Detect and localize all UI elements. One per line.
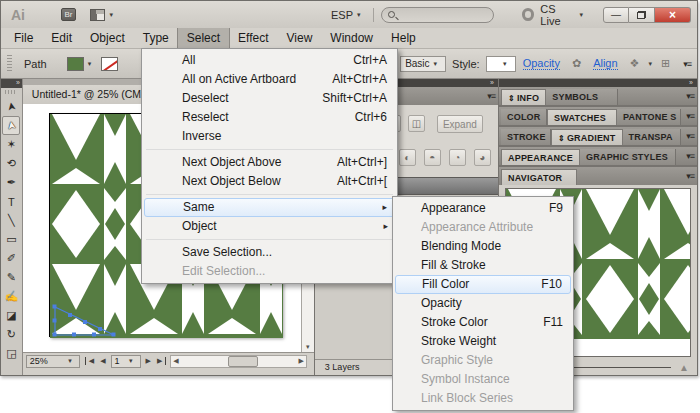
- menu-help[interactable]: Help: [382, 28, 425, 48]
- first-artboard-button[interactable]: ◀: [85, 357, 97, 365]
- scroll-right-icon[interactable]: ▶: [298, 357, 303, 365]
- tab-graphic-styles[interactable]: GRAPHIC STYLES: [580, 149, 676, 165]
- scroll-down-icon[interactable]: ▾: [302, 343, 314, 351]
- menu-item-object[interactable]: Object▸: [144, 217, 395, 236]
- stroke-panel-menu-icon[interactable]: ▾≡: [686, 131, 694, 141]
- bridge-button[interactable]: Br: [61, 8, 76, 21]
- rectangle-tool[interactable]: ▭: [2, 230, 20, 249]
- control-panel-menu-icon[interactable]: ▾≡: [683, 59, 691, 69]
- tab-appearance[interactable]: APPEARANCE: [501, 149, 580, 165]
- horizontal-scrollbar[interactable]: ◀ ▶: [170, 355, 307, 368]
- scale-tool[interactable]: ◲: [2, 344, 20, 363]
- menu-window[interactable]: Window: [321, 28, 382, 48]
- selection-tool[interactable]: ➤: [2, 97, 20, 116]
- menu-item-all[interactable]: AllCtrl+A: [144, 51, 395, 70]
- pathfinder-crop-button[interactable]: ◓: [424, 149, 441, 166]
- horizontal-scroll-thumb[interactable]: [228, 356, 258, 367]
- menu-item-next-object-below[interactable]: Next Object BelowAlt+Ctrl+[: [144, 172, 395, 191]
- menu-effect[interactable]: Effect: [229, 28, 277, 48]
- submenu-item-fill-color[interactable]: Fill ColorF10: [395, 275, 571, 294]
- tab-pantone[interactable]: PANTONE S: [617, 109, 681, 125]
- stroke-color-swatch[interactable]: [101, 57, 118, 71]
- select-similar-dropdown-icon[interactable]: ▾: [648, 60, 652, 68]
- tab-info[interactable]: ⇕INFO: [501, 89, 546, 105]
- tab-color[interactable]: COLOR: [501, 109, 547, 125]
- menu-select[interactable]: Select: [178, 28, 229, 48]
- pathfinder-minus-back-button[interactable]: ◕: [474, 149, 491, 166]
- cs-live-menu[interactable]: CS Live: [540, 3, 575, 27]
- expand-button[interactable]: Expand: [437, 115, 483, 133]
- menu-item-deselect[interactable]: DeselectShift+Ctrl+A: [144, 89, 395, 108]
- restore-button[interactable]: [629, 7, 655, 23]
- title-bar[interactable]: Ai Br ▾ ESP ▾ CS Live ▾ — ×: [1, 1, 697, 28]
- tab-gradient[interactable]: ⇕GRADIENT: [551, 129, 623, 145]
- pen-tool[interactable]: ✒: [2, 173, 20, 192]
- menu-edit[interactable]: Edit: [42, 28, 81, 48]
- scroll-left-icon[interactable]: ◀: [173, 357, 178, 365]
- menu-item-reselect[interactable]: ReselectCtrl+6: [144, 108, 395, 127]
- submenu-item-opacity[interactable]: Opacity: [395, 294, 571, 313]
- brush-definition-dropdown[interactable]: Basic ▾: [400, 56, 446, 72]
- paintbrush-tool[interactable]: ✐: [2, 249, 20, 268]
- align-link[interactable]: Align: [593, 57, 617, 70]
- submenu-item-blending-mode[interactable]: Blending Mode: [395, 237, 571, 256]
- fill-dropdown-icon[interactable]: ▾: [88, 60, 92, 68]
- close-button[interactable]: ×: [655, 7, 691, 23]
- direct-selection-tool[interactable]: ➤: [2, 116, 20, 135]
- color-panel-menu-icon[interactable]: ▾≡: [686, 111, 694, 121]
- last-artboard-button[interactable]: ▶: [154, 357, 166, 365]
- menu-type[interactable]: Type: [134, 28, 178, 48]
- menu-item-save-selection[interactable]: Save Selection...: [144, 243, 395, 262]
- select-similar-icon[interactable]: ❖: [630, 57, 640, 70]
- workspace-dropdown-icon[interactable]: ▾: [109, 11, 113, 19]
- right-dock-collapse-icon[interactable]: »: [499, 79, 697, 87]
- submenu-item-stroke-color[interactable]: Stroke ColorF11: [395, 313, 571, 332]
- line-segment-tool[interactable]: ╲: [2, 211, 20, 230]
- tools-collapse-icon[interactable]: »: [1, 79, 22, 88]
- zoom-level-dropdown[interactable]: 25% ▾: [26, 355, 80, 368]
- menu-item-all-on-active-artboard[interactable]: All on Active ArtboardAlt+Ctrl+A: [144, 70, 395, 89]
- submenu-item-stroke-weight[interactable]: Stroke Weight: [395, 332, 571, 351]
- magic-wand-tool[interactable]: ✶: [2, 135, 20, 154]
- eraser-tool[interactable]: ◪: [2, 306, 20, 325]
- menu-item-next-object-above[interactable]: Next Object AboveAlt+Ctrl+]: [144, 153, 395, 172]
- menu-item-inverse[interactable]: Inverse: [144, 127, 395, 146]
- align-panel-menu-icon[interactable]: ▾≡: [487, 91, 495, 101]
- tab-stroke[interactable]: STROKE: [501, 129, 551, 145]
- type-tool[interactable]: T: [2, 192, 20, 211]
- blob-brush-tool[interactable]: ✍: [2, 287, 20, 306]
- fill-color-swatch[interactable]: [67, 57, 84, 71]
- appearance-panel-menu-icon[interactable]: ▾≡: [686, 151, 694, 161]
- previous-artboard-button[interactable]: ◀: [97, 357, 108, 365]
- pathfinder-outline-button[interactable]: ◔: [449, 149, 466, 166]
- tab-swatches[interactable]: SWATCHES: [547, 109, 617, 125]
- tab-transparency[interactable]: TRANSPA: [623, 129, 681, 145]
- menu-file[interactable]: File: [5, 28, 42, 48]
- pencil-tool[interactable]: ✎: [2, 268, 20, 287]
- workspace-switcher-icon[interactable]: [90, 9, 106, 21]
- dock-control-icon[interactable]: ⊞: [661, 57, 670, 70]
- submenu-item-fill-and-stroke[interactable]: Fill & Stroke: [395, 256, 571, 275]
- menu-view[interactable]: View: [278, 28, 322, 48]
- tab-symbols[interactable]: SYMBOLS: [546, 89, 618, 105]
- zoom-in-mountain-icon[interactable]: ▲: [679, 362, 689, 373]
- artboard-number-dropdown[interactable]: 1 ▾: [111, 355, 141, 368]
- recolor-artwork-icon[interactable]: ✿: [572, 57, 581, 70]
- shape-mode-exclude-button[interactable]: ◫: [408, 115, 425, 132]
- info-panel-menu-icon[interactable]: ▾≡: [686, 91, 694, 101]
- tab-navigator[interactable]: NAVIGATOR: [501, 169, 577, 185]
- opacity-link[interactable]: Opacity: [523, 57, 560, 70]
- language-dropdown-icon[interactable]: ▾: [357, 11, 361, 19]
- navigator-panel-menu-icon[interactable]: ▾≡: [686, 171, 694, 181]
- menu-item-same[interactable]: Same▸: [144, 198, 395, 217]
- search-box[interactable]: [381, 7, 494, 23]
- pathfinder-merge-button[interactable]: ◐: [399, 149, 416, 166]
- cs-live-dropdown-icon[interactable]: ▾: [579, 11, 583, 19]
- style-dropdown[interactable]: ▾: [486, 56, 516, 72]
- control-bar-grip[interactable]: [7, 55, 12, 73]
- rotate-tool[interactable]: ↻: [2, 325, 20, 344]
- lasso-tool[interactable]: ⟲: [2, 154, 20, 173]
- tools-grip[interactable]: [5, 90, 17, 94]
- search-input[interactable]: [395, 9, 485, 20]
- language-selector[interactable]: ESP: [331, 9, 353, 21]
